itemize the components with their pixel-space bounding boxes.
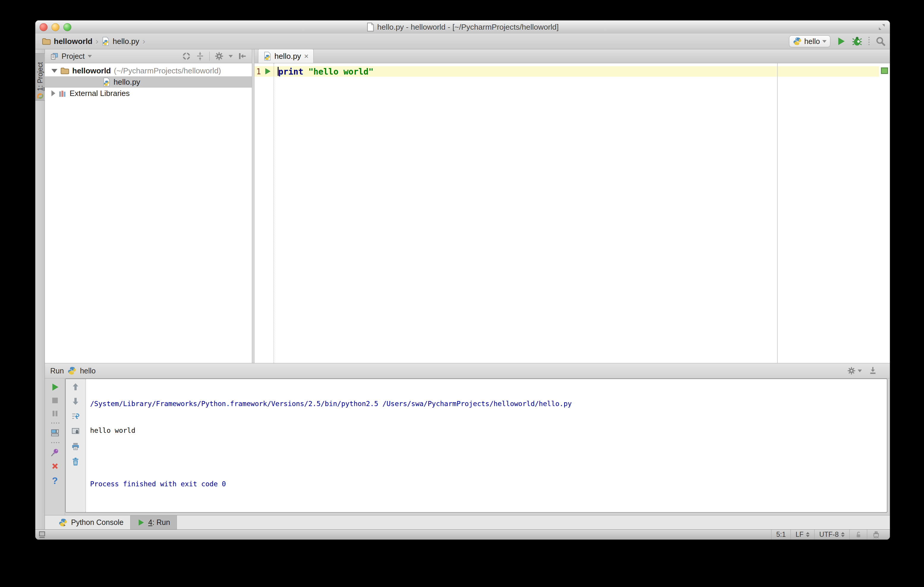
project-panel-title[interactable]: Project	[61, 52, 85, 61]
window-titlebar[interactable]: hello.py - helloworld - [~/PycharmProjec…	[35, 20, 890, 34]
expand-arrow-icon[interactable]	[51, 69, 58, 73]
soft-wrap-button[interactable]	[71, 412, 80, 421]
tree-row-project-root[interactable]: helloworld (~/PycharmProjects/helloworld…	[45, 65, 252, 76]
tree-row-hello-py[interactable]: hello.py	[45, 76, 252, 88]
panel-splitter[interactable]	[252, 49, 254, 363]
project-tree: helloworld (~/PycharmProjects/helloworld…	[45, 63, 252, 99]
inspection-profile-widget[interactable]	[867, 529, 885, 539]
tool-window-bar-bottom: Python Console 4: Run	[45, 515, 890, 529]
error-stripe-column[interactable]	[879, 63, 890, 363]
run-tool-window: Run hello	[45, 363, 890, 515]
debug-button[interactable]	[852, 36, 863, 47]
python-file-icon	[102, 77, 111, 86]
editor-tab-label: hello.py	[274, 52, 301, 61]
close-window-button[interactable]	[40, 23, 48, 31]
pin-button[interactable]	[51, 448, 59, 457]
up-stack-trace-button[interactable]	[71, 383, 80, 391]
pause-button[interactable]	[51, 409, 59, 418]
breadcrumb-item-helloworld[interactable]: helloworld	[54, 37, 92, 46]
collapse-all-icon[interactable]	[196, 52, 205, 61]
python-logo-icon	[68, 366, 76, 375]
run-panel-header: Run hello	[45, 363, 890, 378]
sidebar-tab-project[interactable]: 1: Project	[35, 53, 45, 101]
run-configuration-name: hello	[804, 37, 820, 46]
editor-area: hello.py × 1	[254, 49, 890, 363]
rerun-button[interactable]	[51, 383, 59, 391]
project-panel-toolbar	[182, 51, 246, 61]
close-icon[interactable]: ×	[304, 52, 309, 60]
close-button[interactable]	[51, 462, 59, 470]
scroll-to-end-button[interactable]	[71, 427, 80, 436]
code-string: "hello world"	[308, 67, 373, 77]
console-line: hello world	[90, 426, 884, 435]
minimize-window-button[interactable]	[51, 23, 59, 31]
editor-gutter: 1	[254, 63, 274, 363]
tab-run[interactable]: 4: Run	[130, 515, 177, 529]
pycharm-logo-icon	[36, 92, 44, 100]
chevron-down-icon[interactable]	[229, 55, 233, 58]
run-tab-label: 4: Run	[148, 518, 170, 527]
editor-tab-bar: hello.py ×	[254, 49, 890, 63]
breadcrumb-item-hello-py[interactable]: hello.py	[113, 37, 139, 46]
status-bar: 5:1 LF UTF-8	[35, 529, 890, 539]
content-area: Project	[45, 49, 890, 529]
run-tab-icon	[137, 519, 145, 526]
caret-position-widget[interactable]: 5:1	[771, 529, 790, 539]
run-console: /System/Library/Frameworks/Python.framew…	[65, 378, 888, 513]
chevron-down-icon[interactable]	[858, 370, 862, 372]
hide-panel-down-icon[interactable]	[868, 366, 877, 375]
status-bar-widgets: 5:1 LF UTF-8	[771, 529, 890, 539]
console-output[interactable]: /System/Library/Frameworks/Python.framew…	[90, 381, 884, 510]
run-panel-body: ?	[45, 378, 890, 515]
editor-tab-hello-py[interactable]: hello.py ×	[258, 49, 314, 63]
zoom-window-button[interactable]	[63, 23, 71, 31]
run-line-icon[interactable]	[264, 67, 271, 76]
gear-icon[interactable]	[847, 366, 856, 375]
inspector-face-icon	[872, 531, 880, 539]
run-config-label: hello	[80, 367, 96, 375]
libraries-icon	[58, 89, 67, 97]
line-separator-widget[interactable]: LF	[790, 529, 814, 539]
run-panel-header-toolbar	[847, 366, 884, 375]
fullscreen-icon[interactable]	[878, 23, 886, 31]
toolbar-separator	[209, 52, 210, 61]
run-button[interactable]	[836, 36, 846, 46]
run-controls-toolbar: ?	[45, 378, 65, 515]
print-button[interactable]	[71, 442, 80, 451]
collapse-arrow-icon[interactable]	[51, 90, 55, 96]
down-stack-trace-button[interactable]	[71, 397, 80, 406]
tree-row-external-libraries[interactable]: External Libraries	[45, 88, 252, 99]
clear-all-button[interactable]	[71, 457, 80, 466]
console-line: /System/Library/Frameworks/Python.framew…	[90, 399, 884, 408]
stop-button[interactable]	[51, 396, 59, 404]
tool-window-stripe-left: 1: Project	[35, 49, 45, 529]
code-editor[interactable]: 1 print "hello world"	[254, 63, 890, 363]
python-console-tab-label: Python Console	[71, 518, 124, 527]
search-icon[interactable]	[876, 36, 886, 46]
run-configuration-select[interactable]: hello	[789, 35, 830, 47]
tab-python-console[interactable]: Python Console	[52, 515, 130, 529]
folder-icon	[60, 67, 69, 74]
chevron-down-icon[interactable]	[88, 55, 92, 58]
right-margin-guide	[777, 63, 778, 363]
pycharm-window: hello.py - helloworld - [~/PycharmProjec…	[35, 20, 890, 540]
line-number: 1	[256, 67, 261, 76]
code-keyword: print	[278, 67, 303, 77]
restore-layout-button[interactable]	[50, 428, 60, 437]
python-logo-icon	[793, 37, 802, 46]
python-file-icon	[101, 37, 110, 46]
desktop-background: hello.py - helloworld - [~/PycharmProjec…	[0, 0, 924, 587]
encoding-widget[interactable]: UTF-8	[814, 529, 850, 539]
readonly-lock-widget[interactable]	[850, 529, 867, 539]
help-button[interactable]: ?	[52, 475, 58, 486]
project-view-icon	[50, 52, 59, 60]
locate-icon[interactable]	[182, 52, 191, 61]
toggle-toolwindow-buttons-icon[interactable]	[38, 531, 47, 539]
gear-icon[interactable]	[214, 51, 224, 61]
project-tab-label: 1: Project	[36, 62, 44, 91]
chevron-down-icon	[822, 40, 827, 43]
editor-and-project-section: Project	[45, 49, 890, 363]
hide-panel-icon[interactable]	[238, 52, 246, 61]
inspection-ok-indicator[interactable]	[881, 67, 888, 74]
project-panel-header: Project	[45, 49, 252, 63]
